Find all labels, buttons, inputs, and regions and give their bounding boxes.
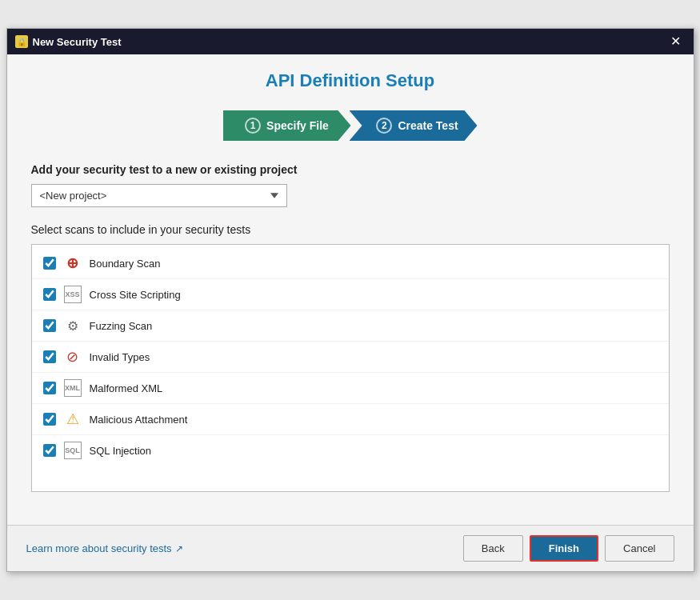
finish-button[interactable]: Finish bbox=[530, 535, 598, 562]
scan-checkbox-malicious[interactable] bbox=[43, 413, 56, 426]
boundary-scan-icon: ⊕ bbox=[64, 254, 82, 272]
scan-name-malicious: Malicious Attachment bbox=[90, 414, 188, 426]
scan-checkbox-xss[interactable] bbox=[43, 288, 56, 301]
scans-section: Select scans to include in your security… bbox=[31, 223, 670, 492]
learn-more-link[interactable]: Learn more about security tests ↗ bbox=[26, 542, 183, 554]
malformed-xml-icon: XML bbox=[64, 379, 82, 397]
step-2-number: 2 bbox=[376, 118, 392, 134]
scan-item-sql: SQL SQL Injection bbox=[32, 435, 669, 466]
malicious-attachment-icon: ⚠ bbox=[64, 410, 82, 428]
back-button[interactable]: Back bbox=[463, 535, 523, 562]
scans-list: ⊕ Boundary Scan XSS Cross Site Scripting… bbox=[31, 244, 670, 492]
app-icon: 🔒 bbox=[15, 35, 28, 48]
step-1[interactable]: 1 Specify File bbox=[223, 110, 351, 141]
close-button[interactable]: ✕ bbox=[666, 34, 686, 50]
scan-name-invalid: Invalid Types bbox=[90, 351, 150, 363]
scan-checkbox-xml[interactable] bbox=[43, 382, 56, 394]
scan-item-malicious: ⚠ Malicious Attachment bbox=[32, 404, 669, 435]
scan-name-fuzzing: Fuzzing Scan bbox=[90, 320, 153, 332]
scan-item-xss: XSS Cross Site Scripting bbox=[32, 279, 669, 310]
dialog-title: New Security Test bbox=[33, 36, 122, 48]
step-1-number: 1 bbox=[245, 118, 261, 134]
dialog-footer: Learn more about security tests ↗ Back F… bbox=[7, 525, 694, 571]
title-bar-left: 🔒 New Security Test bbox=[15, 35, 122, 48]
step-2-label: Create Test bbox=[398, 119, 458, 132]
scan-checkbox-boundary[interactable] bbox=[43, 257, 56, 270]
scan-name-boundary: Boundary Scan bbox=[90, 258, 161, 270]
scan-checkbox-fuzzing[interactable] bbox=[43, 319, 56, 332]
project-dropdown[interactable]: <New project> bbox=[31, 184, 287, 207]
steps-container: 1 Specify File 2 Create Test bbox=[31, 110, 670, 141]
scan-item-invalid: ⊘ Invalid Types bbox=[32, 342, 669, 373]
scan-name-sql: SQL Injection bbox=[90, 445, 152, 457]
scan-checkbox-sql[interactable] bbox=[43, 444, 56, 457]
dialog-window: 🔒 New Security Test ✕ API Definition Set… bbox=[6, 28, 694, 572]
scans-label: Select scans to include in your security… bbox=[31, 223, 670, 236]
sql-injection-icon: SQL bbox=[64, 442, 82, 459]
step-1-label: Specify File bbox=[266, 119, 329, 132]
scan-name-xml: Malformed XML bbox=[90, 382, 163, 394]
fuzzing-scan-icon: ⚙ bbox=[64, 317, 82, 334]
dialog-body: API Definition Setup 1 Specify File 2 Cr… bbox=[7, 54, 694, 525]
invalid-types-icon: ⊘ bbox=[64, 348, 82, 366]
step-2[interactable]: 2 Create Test bbox=[350, 110, 478, 141]
page-title: API Definition Setup bbox=[31, 70, 670, 91]
title-bar: 🔒 New Security Test ✕ bbox=[7, 29, 694, 54]
scan-item-boundary: ⊕ Boundary Scan bbox=[32, 248, 669, 279]
xss-scan-icon: XSS bbox=[64, 286, 82, 303]
project-label: Add your security test to a new or exist… bbox=[31, 163, 670, 176]
footer-buttons: Back Finish Cancel bbox=[463, 535, 674, 562]
project-section: Add your security test to a new or exist… bbox=[31, 163, 670, 207]
learn-more-text: Learn more about security tests bbox=[26, 542, 172, 554]
scan-checkbox-invalid[interactable] bbox=[43, 350, 56, 363]
scan-item-xml: XML Malformed XML bbox=[32, 373, 669, 404]
scan-item-fuzzing: ⚙ Fuzzing Scan bbox=[32, 310, 669, 342]
external-link-icon: ↗ bbox=[175, 543, 183, 554]
cancel-button[interactable]: Cancel bbox=[605, 535, 674, 562]
scan-name-xss: Cross Site Scripting bbox=[90, 289, 181, 301]
